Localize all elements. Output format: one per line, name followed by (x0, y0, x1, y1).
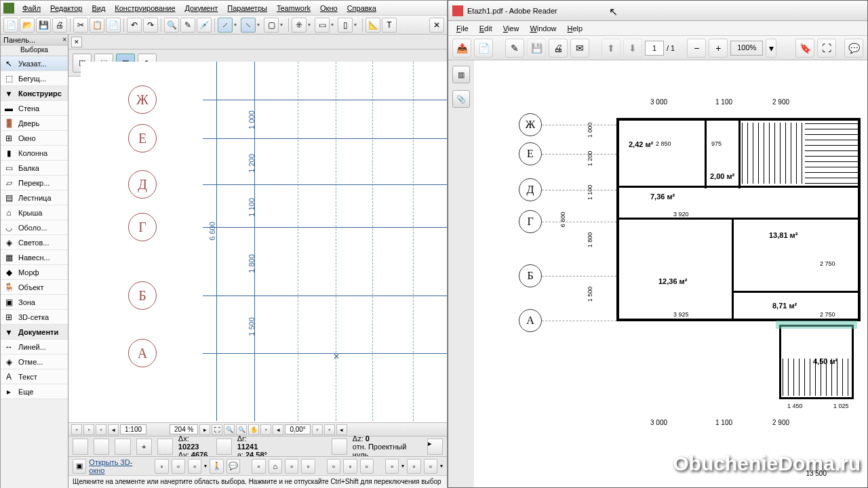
vb3[interactable]: ▫ (96, 424, 106, 435)
zoom-display[interactable]: 100% (730, 41, 763, 56)
menu-view[interactable]: Вид (87, 3, 109, 14)
email-button[interactable]: ✉ (570, 39, 589, 58)
close-tab-button[interactable]: ✕ (429, 18, 444, 33)
comment-button[interactable]: 💬 (844, 39, 863, 58)
cb2[interactable] (94, 439, 109, 455)
snap2-button[interactable]: ⟍ (241, 18, 256, 33)
menu-window[interactable]: Окно (316, 3, 342, 14)
snap3-button[interactable]: ▢ (264, 18, 279, 33)
zoomout-button[interactable]: 🔍 (236, 424, 247, 435)
marquee-tool[interactable]: ⬚Бегущ... (1, 71, 68, 86)
door-tool[interactable]: 🚪Дверь (1, 116, 68, 131)
reader-print-button[interactable]: 🖨 (549, 39, 568, 58)
open-button[interactable]: 📂 (20, 18, 35, 33)
undo-button[interactable]: ↶ (127, 18, 142, 33)
zoom-dropdown[interactable]: ▾ (766, 39, 776, 58)
print-button[interactable]: 🖨 (52, 18, 67, 33)
zoom-out-button[interactable]: − (687, 39, 706, 58)
vb2[interactable]: ▫ (83, 424, 94, 435)
menu-options[interactable]: Параметры (223, 3, 271, 14)
trace-button[interactable]: ▯ (338, 18, 353, 33)
open-3d-link[interactable]: Открыть 3D-окно (89, 458, 143, 474)
beam-tool[interactable]: ▭Балка (1, 161, 68, 176)
ruler-button[interactable]: 📐 (366, 18, 380, 33)
attachments-button[interactable]: 📎 (452, 90, 470, 108)
bookmark-button[interactable]: 🔖 (795, 39, 814, 58)
n2[interactable]: ▫ (172, 459, 185, 474)
reader-menu-help[interactable]: Help (564, 23, 587, 34)
page-input[interactable] (645, 41, 664, 56)
window-tool[interactable]: ⊞Окно (1, 131, 68, 146)
n14[interactable]: ▫ (407, 459, 420, 474)
pdf-page[interactable]: 3 000 1 100 2 900 3 000 1 100 2 900 1 00… (474, 60, 867, 487)
n10[interactable]: ▫ (327, 459, 340, 474)
close-icon[interactable]: × (62, 36, 66, 43)
dim-tool[interactable]: ↔Линей... (1, 340, 68, 354)
new-button[interactable]: 📄 (3, 18, 18, 33)
zoom-field[interactable]: 204 % (170, 424, 198, 434)
vb-y[interactable]: ◂ (273, 424, 283, 435)
arrow-tool[interactable]: ↖Указат... (1, 56, 68, 71)
mesh-tool[interactable]: ⊞3D-сетка (1, 310, 68, 325)
zoomin-button[interactable]: 🔍 (224, 424, 235, 435)
menu-edit[interactable]: Редактор (46, 3, 86, 14)
paste-button[interactable]: 📄 (106, 18, 121, 33)
curtain-tool[interactable]: ▦Навесн... (1, 250, 68, 265)
drawing-canvas[interactable]: Ж Е Д Г Б А 1 000 1 200 1 100 1 800 1 50… (81, 62, 447, 421)
reader-titlebar[interactable]: Etazh1.pdf - Adobe Reader (448, 1, 867, 21)
menu-document[interactable]: Документ (181, 3, 222, 14)
level-tool[interactable]: ◈Отме... (1, 354, 68, 369)
morph-tool[interactable]: ◆Морф (1, 265, 68, 280)
cb1[interactable] (73, 439, 88, 455)
cb-a[interactable] (157, 439, 173, 455)
export-button[interactable]: 📤 (452, 39, 471, 58)
pen-button[interactable]: ✎ (180, 18, 195, 33)
next-page-button[interactable]: ⬇ (623, 39, 642, 58)
n1[interactable]: ▫ (155, 459, 168, 474)
n5[interactable]: 💬 (226, 459, 240, 474)
menu-help[interactable]: Справка (343, 3, 380, 14)
layer-button[interactable]: ▭ (315, 18, 330, 33)
n11[interactable]: ▫ (343, 459, 357, 474)
prev-page-button[interactable]: ⬆ (601, 39, 620, 58)
n7[interactable]: ⌂ (269, 459, 282, 474)
n3[interactable]: ▫ (188, 459, 201, 474)
reader-menu-edit[interactable]: Edit (475, 23, 496, 34)
cut-button[interactable]: ✂ (73, 18, 88, 33)
shell-tool[interactable]: ◡Оболо... (1, 220, 68, 235)
grid-button[interactable]: ⁜ (292, 18, 307, 33)
angle-field[interactable]: 0,00° (285, 424, 310, 434)
redo-button[interactable]: ↷ (143, 18, 158, 33)
pan-button[interactable]: ✋ (248, 424, 259, 435)
roof-tool[interactable]: ⌂Крыша (1, 205, 68, 220)
snap1-button[interactable]: ⟋ (218, 18, 233, 33)
menu-teamwork[interactable]: Teamwork (273, 3, 315, 14)
more-tool[interactable]: ▸Еще (1, 384, 68, 399)
fit-button[interactable]: ⛶ (817, 39, 836, 58)
n4[interactable]: 🚶 (210, 459, 223, 474)
skylight-tool[interactable]: ◈Светов... (1, 235, 68, 250)
slab-tool[interactable]: ▱Перекр... (1, 176, 68, 190)
fit-button[interactable]: ⛶ (212, 424, 222, 435)
cb-end[interactable]: ▸ (427, 439, 443, 455)
zoom-in-button[interactable]: + (709, 39, 728, 58)
menu-design[interactable]: Конструирование (111, 3, 179, 14)
create-button[interactable]: 📄 (474, 39, 493, 58)
n15[interactable]: ▫ (424, 459, 437, 474)
n6[interactable]: ▫ (252, 459, 265, 474)
save-button[interactable]: 💾 (36, 18, 51, 33)
thumbnails-button[interactable]: ▥ (452, 66, 470, 83)
n8[interactable]: ▫ (285, 459, 298, 474)
text-tool[interactable]: AТекст (1, 369, 68, 384)
menu-file[interactable]: Файл (18, 3, 45, 14)
cb-a2[interactable] (216, 439, 232, 455)
cb-z[interactable] (332, 439, 347, 455)
n13[interactable]: ▫ (385, 459, 399, 474)
vb-z2[interactable]: ▫ (324, 424, 335, 435)
cb3[interactable] (115, 439, 130, 455)
dropper-button[interactable]: 💉 (197, 18, 212, 33)
annotate-button[interactable]: ✎ (505, 39, 524, 58)
nav-3d[interactable]: ▣ (73, 459, 86, 474)
cb-plus[interactable]: + (136, 439, 152, 455)
copy-button[interactable]: 📋 (90, 18, 104, 33)
